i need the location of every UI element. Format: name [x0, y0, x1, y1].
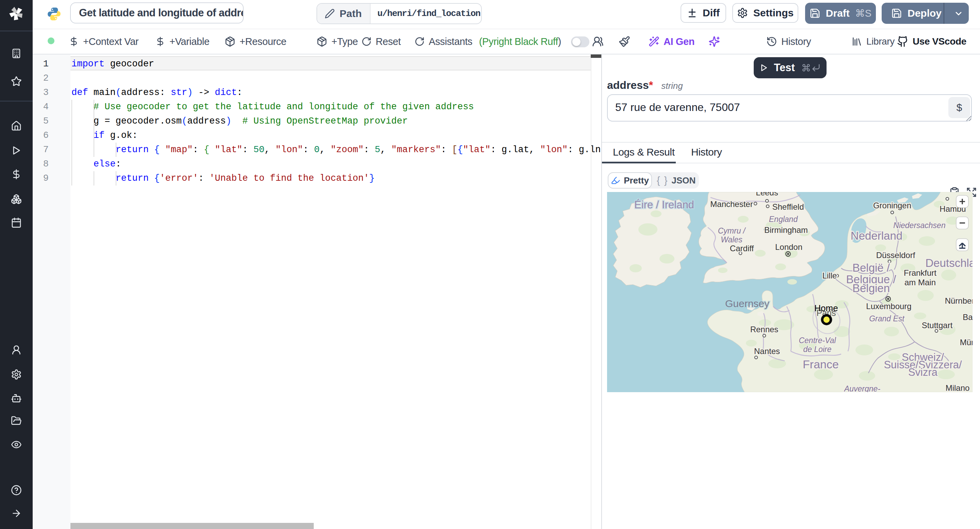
svg-text:Milano: Milano [946, 383, 970, 392]
svg-text:Düsseldorf: Düsseldorf [876, 250, 915, 260]
svg-text:Nürnber: Nürnber [945, 296, 972, 305]
svg-text:Wales: Wales [721, 235, 743, 244]
svg-text:am Main: am Main [904, 278, 936, 287]
svg-text:Belgien: Belgien [853, 282, 890, 295]
svg-text:Sheffield: Sheffield [772, 202, 804, 211]
svg-text:Auvergne-: Auvergne- [843, 384, 880, 392]
svg-text:Leeds: Leeds [756, 192, 778, 197]
svg-text:Grand Est: Grand Est [869, 314, 905, 323]
svg-text:Luxembourg: Luxembourg [866, 301, 911, 311]
svg-text:Birmingham: Birmingham [764, 225, 808, 234]
svg-text:Ba: Ba [963, 312, 972, 322]
svg-text:België /: België / [853, 261, 890, 274]
svg-text:Manchester: Manchester [710, 199, 753, 209]
svg-text:Niedersachsen: Niedersachsen [893, 221, 945, 230]
svg-text:Rennes: Rennes [750, 325, 778, 334]
svg-text:Nantes: Nantes [754, 347, 780, 356]
svg-text:Münc: Münc [960, 338, 972, 347]
svg-text:Home: Home [814, 303, 838, 313]
svg-text:England: England [769, 215, 798, 224]
svg-text:London: London [775, 242, 802, 252]
svg-text:Cymru /: Cymru / [718, 226, 746, 235]
svg-text:France: France [803, 358, 839, 371]
svg-text:Stuttgart: Stuttgart [922, 321, 953, 330]
svg-text:Groningen: Groningen [873, 201, 911, 210]
svg-text:Centre-Val: Centre-Val [799, 336, 836, 345]
svg-text:Svizra: Svizra [908, 366, 938, 378]
svg-text:Éire / Ireland: Éire / Ireland [634, 199, 694, 211]
svg-text:Nederland: Nederland [851, 229, 902, 242]
svg-text:Cardiff: Cardiff [730, 244, 754, 253]
svg-text:Guernsey: Guernsey [725, 298, 769, 309]
svg-text:Deutschlan: Deutschlan [925, 257, 972, 269]
svg-text:de Loire: de Loire [803, 345, 831, 354]
svg-text:Frankfurt: Frankfurt [904, 268, 937, 277]
svg-text:Lille: Lille [822, 271, 837, 280]
